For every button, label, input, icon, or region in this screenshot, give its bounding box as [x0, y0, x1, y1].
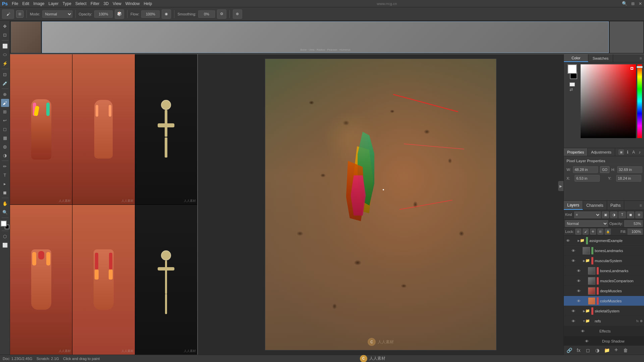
foreground-color-swatch[interactable] — [568, 64, 577, 74]
layer-assignmentExample[interactable]: 👁 ▶ 📁 assignmentExample — [564, 236, 644, 246]
close-icon[interactable]: ✕ — [639, 1, 642, 6]
group-arrow-muscularSystem[interactable]: ▶ — [583, 259, 585, 262]
foreground-background-colors[interactable] — [1, 221, 9, 229]
y-input[interactable] — [616, 175, 641, 182]
layer-colorMuscles[interactable]: 👁 colorMuscles — [564, 296, 644, 306]
thumb-1[interactable] — [11, 21, 41, 53]
layer-effects-group[interactable]: 👁 Effects — [564, 326, 644, 336]
tab-adjustments[interactable]: Adjustments — [588, 148, 615, 156]
mode-select[interactable]: Normal — [42, 10, 72, 18]
reset-colors-btn[interactable] — [570, 82, 575, 86]
lock-image-btn[interactable]: 🖌 — [583, 229, 589, 235]
eye-muscularSystem[interactable]: 👁 — [571, 258, 576, 263]
main-canvas[interactable]: C 人人素材 — [198, 54, 564, 355]
eye-assignmentExample[interactable]: 👁 — [565, 238, 571, 243]
layer-fx-gear-refs[interactable]: ⚙ — [640, 319, 643, 323]
layer-muscularSystem[interactable]: 👁 ▶ 📁 muscularSystem — [564, 256, 644, 266]
eye-bonesLandmarks-2[interactable]: 👁 — [576, 268, 581, 274]
tab-channels[interactable]: Channels — [583, 201, 607, 210]
layer-mask-btn[interactable]: ◻ — [585, 347, 591, 354]
layer-skeletalSystem[interactable]: 👁 ▶ 📁 skeletalSystem — [564, 306, 644, 316]
prop-info-icon[interactable]: ℹ — [625, 149, 630, 155]
history-brush-tool[interactable]: ↩ — [1, 116, 9, 124]
symmetry-btn[interactable]: ⊕ — [233, 9, 242, 19]
layer-filter-pixel[interactable]: ▣ — [602, 212, 609, 218]
eye-skeletalSystem[interactable]: 👁 — [571, 308, 576, 314]
menu-view[interactable]: View — [113, 1, 121, 6]
menu-image[interactable]: Image — [33, 1, 44, 6]
lock-all-btn[interactable]: 🔒 — [605, 229, 611, 235]
menu-3d[interactable]: 3D — [104, 1, 109, 6]
lock-position-btn[interactable]: ✥ — [590, 229, 596, 235]
thumb-2[interactable]: Bone · Ulna · Radius · Pearson · Humerus — [42, 21, 609, 53]
tab-color[interactable]: Color — [564, 54, 588, 62]
tab-layers[interactable]: Layers — [564, 201, 583, 210]
eye-bonesLandmarks-1[interactable]: 👁 — [571, 248, 576, 253]
layer-filter-shape[interactable]: ◼ — [627, 212, 634, 218]
brush-tool[interactable]: 🖌 — [1, 99, 9, 107]
prop-speaker-icon[interactable]: ♪ — [637, 149, 642, 155]
eye-deepMuscles[interactable]: 👁 — [576, 288, 581, 294]
thumb-3[interactable] — [610, 21, 643, 53]
menu-type[interactable]: Type — [63, 1, 71, 6]
menu-file[interactable]: File — [12, 1, 18, 6]
shape-tool[interactable]: ◼ — [1, 188, 9, 196]
go-button[interactable]: GO — [600, 166, 609, 173]
color-hue-strip[interactable] — [637, 64, 642, 138]
text-tool[interactable]: T — [1, 171, 9, 179]
eye-musclesComparison[interactable]: 👁 — [576, 278, 581, 284]
eraser-tool[interactable]: ◻ — [1, 125, 9, 133]
eyedropper-tool[interactable]: 💉 — [1, 79, 9, 87]
layer-deepMuscles[interactable]: 👁 deepMuscles — [564, 286, 644, 296]
blur-tool[interactable]: ◍ — [1, 142, 9, 150]
layer-opacity-input[interactable]: 53% — [624, 220, 643, 227]
menu-filter[interactable]: Filter — [91, 1, 100, 6]
color-panel-menu[interactable]: ≡ — [637, 54, 644, 62]
gradient-tool[interactable]: ▦ — [1, 134, 9, 142]
group-arrow-skeletalSystem[interactable]: ▶ — [583, 309, 585, 313]
group-arrow-assignmentExample[interactable]: ▶ — [578, 239, 580, 242]
prop-pixel-icon[interactable]: ▣ — [619, 149, 624, 155]
layer-drop-shadow[interactable]: 👁 Drop Shadow — [564, 336, 644, 345]
layer-add-btn[interactable]: + — [613, 347, 620, 354]
smoothing-input[interactable] — [198, 10, 215, 18]
layer-blend-mode-select[interactable]: Normal — [565, 220, 608, 227]
menu-select[interactable]: Select — [75, 1, 87, 6]
group-arrow-refs[interactable]: ▼ — [583, 319, 585, 323]
stamp-tool[interactable]: ⊞ — [1, 108, 9, 116]
hand-tool[interactable]: ✋ — [1, 199, 9, 207]
menu-help[interactable]: Help — [144, 1, 152, 6]
layer-filter-adj[interactable]: ◑ — [610, 212, 618, 218]
layer-link-btn[interactable]: 🔗 — [566, 347, 573, 354]
layer-group-btn[interactable]: 📁 — [603, 347, 610, 354]
dodge-tool[interactable]: ◑ — [1, 151, 9, 159]
eye-colorMuscles[interactable]: 👁 — [576, 298, 581, 304]
width-input[interactable] — [573, 166, 598, 173]
crop-tool[interactable]: ⊡ — [1, 70, 9, 78]
menu-layer[interactable]: Layer — [49, 1, 59, 6]
quick-mask-btn[interactable]: ⬡ — [1, 232, 9, 240]
lock-artboard-btn[interactable]: ⊞ — [597, 229, 603, 235]
layer-musclesComparison[interactable]: 👁 musclesComparison — [564, 276, 644, 286]
tab-swatches[interactable]: Swatches — [588, 54, 613, 62]
healing-tool[interactable]: ⊕ — [1, 90, 9, 98]
layer-bonesLandmarks-2[interactable]: 👁 bonesLandmarks — [564, 266, 644, 276]
airbrush-btn[interactable]: ◉ — [162, 9, 171, 19]
x-input[interactable] — [575, 175, 600, 182]
fill-input[interactable]: 100% — [628, 229, 643, 235]
screen-mode-btn[interactable]: ⬜ — [1, 241, 9, 249]
opacity-jitter-btn[interactable]: 🎲 — [115, 9, 124, 19]
brush-preset-btn[interactable] — [16, 10, 23, 18]
search-icon[interactable]: 🔍 — [622, 1, 627, 6]
layer-filter-smart[interactable]: ⊕ — [635, 212, 643, 218]
layer-delete-btn[interactable]: 🗑 — [622, 347, 629, 354]
layers-panel-menu[interactable]: ≡ — [637, 201, 644, 210]
marquee-tool[interactable]: ⬜ — [1, 42, 9, 50]
path-select-tool[interactable]: ▸ — [1, 180, 9, 188]
eye-drop-shadow[interactable]: 👁 — [584, 339, 589, 344]
move-tool[interactable]: ✥ — [1, 22, 9, 30]
lock-transparent-btn[interactable]: ⊘ — [575, 229, 581, 235]
eye-refs[interactable]: 👁 — [571, 318, 576, 324]
flow-input[interactable] — [141, 10, 160, 18]
tab-properties[interactable]: Properties — [564, 148, 588, 156]
